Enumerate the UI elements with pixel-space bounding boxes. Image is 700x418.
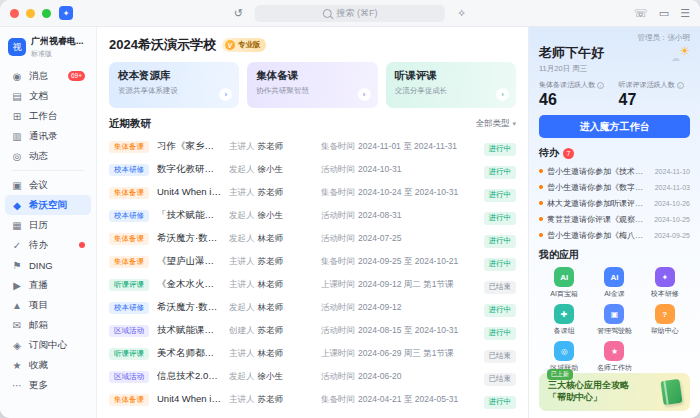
todo-date: 2024-10-25 [654,216,690,223]
activity-row[interactable]: 集体备课Unit4 When is the art show? 第2课时主讲人苏… [109,388,516,411]
activity-row[interactable]: 校本研修数字化教研管理能力提升训练营(面向管理员)发起人徐小生活动时间2024-… [109,158,516,181]
minimize-button[interactable] [26,9,35,18]
activity-person: 发起人徐小生 [229,210,313,222]
sidebar-item-label: 项目 [29,299,48,312]
status-badge: 进行中 [484,304,517,317]
type-filter-dropdown[interactable]: 全部类型 ▾ [475,118,516,130]
activity-row[interactable]: 集体备课习作《家乡的风俗》第1课时主讲人苏老师集备时间2024-11-01 至 … [109,135,516,158]
school-header: 2024希沃演示学校 V 专业版 [109,35,516,55]
todo-item[interactable]: 曾小生邀请你参加《数字化教研...2024-11-03 [539,179,690,195]
sidebar-item-seewo-space[interactable]: ◆希沃空间 [5,195,91,215]
card-lesson-review[interactable]: 听课评课 交流分享促成长 › [386,62,516,108]
activity-row[interactable]: 集体备课《望庐山瀑布》主讲人苏老师集备时间2024-09-25 至 2024-1… [109,250,516,273]
sidebar-item-live[interactable]: ▶直播 [5,275,91,295]
activity-row[interactable]: 集体备课Unit4 When is the art show? 第2课时主讲人苏… [109,181,516,204]
todo-date: 2024-10-26 [654,200,690,207]
admin-account[interactable]: 管理员：张小明 [539,33,690,43]
app-item[interactable]: AIAI百宝箱 [539,267,589,299]
app-item[interactable]: AIAI金课 [589,267,639,299]
activity-title: 希沃魔方·数字化评价工具应用指导营 [157,301,221,314]
bullet-dot-icon [539,185,543,189]
app-icon: ◎ [554,341,574,361]
stat-collective-prep: 集体备课活跃人数 i 46 [539,80,611,109]
activity-tag: 区域活动 [109,371,149,383]
activity-row[interactable]: 听课评课美术名师都必看的互动课堂公开课主讲人林老师上课时间2024-06-29 … [109,342,516,365]
status-badge: 进行中 [484,189,517,202]
info-icon[interactable]: i [677,82,684,89]
sidebar-item-docs[interactable]: ▤文档 [5,86,91,106]
sidebar-item-todo[interactable]: ✓待办 [5,235,91,255]
todo-date: 2024-11-03 [655,184,690,191]
sidebar-item-contacts[interactable]: ▥通讯录 [5,126,91,146]
app-item[interactable]: ▣管理驾驶舱 [589,304,639,336]
activity-row[interactable]: 听课评课《金木水火土》第1课时主讲人林老师上课时间2024-09-12 周二 第… [109,273,516,296]
todo-item[interactable]: 黄荳荳邀请你评课《观察物体》...2024-10-25 [539,211,690,227]
activity-person: 主讲人苏老师 [229,394,313,406]
workspace-icon[interactable]: ✦ [59,6,73,20]
activity-row[interactable]: 区域活动信息技术2.0时代教师数字素养提升成果展示发起人徐小生活动时间2024-… [109,365,516,388]
projects-icon: ▲ [11,300,23,311]
titlebar-actions: ☏ ▭ ☰ [634,8,690,19]
maximize-button[interactable] [42,9,51,18]
monitor-icon[interactable]: ▭ [659,8,669,19]
sidebar-item-messages[interactable]: ◉消息69+ [5,66,91,86]
app-item[interactable]: ?帮助中心 [640,304,690,336]
ai-sparkle-icon[interactable]: ✧ [457,8,466,19]
content: 视 广州视睿电... 标准版 ◉消息69+▤文档⊞工作台▥通讯录◎动态▣会议◆希… [0,27,700,418]
date-text: 11月20日 周三 [539,64,690,74]
card-resource-library[interactable]: 校本资源库 资源共享体系建设 › [109,62,239,108]
org-switcher[interactable]: 视 广州视睿电... 标准版 [0,27,96,64]
app-icon: ✦ [655,267,675,287]
close-button[interactable] [10,9,19,18]
todo-item[interactable]: 林大龙邀请你参加听课评课活...2024-10-26 [539,195,690,211]
moments-icon: ◎ [11,151,23,162]
activity-row[interactable]: 区域活动技术赋能课堂深度变革创建人苏老师活动时间2024-08-15 至 202… [109,319,516,342]
sidebar-item-calendar[interactable]: ▦日历 [5,215,91,235]
page-title: 2024希沃演示学校 [109,36,216,54]
activity-tag: 校本研修 [109,302,149,314]
info-icon[interactable]: i [597,82,604,89]
todo-text: 林大龙邀请你参加听课评课活... [547,198,650,209]
activity-row[interactable]: 校本研修「技术赋能课堂变革」AI助力教师教学专业成长发起人徐小生活动时间2024… [109,204,516,227]
sidebar-item-subscribe-center[interactable]: ◈订阅中心 [5,335,91,355]
todo-item[interactable]: 曾小生邀请你参加《梅八班》集...2024-09-25 [539,227,690,243]
card-collective-prep[interactable]: 集体备课 协作共研聚智慧 › [247,62,377,108]
sidebar-item-mail[interactable]: ✉邮箱 [5,315,91,335]
stat-label: 集体备课活跃人数 [539,80,595,90]
workbench-icon: ⊞ [11,111,23,122]
bullet-dot-icon [539,217,543,221]
meeting-icon: ▣ [11,180,23,191]
sidebar-menu: ◉消息69+▤文档⊞工作台▥通讯录◎动态▣会议◆希沃空间▦日历✓待办⚑DING▶… [0,64,96,418]
menu-icon[interactable]: ☰ [680,8,690,19]
app-item[interactable]: ✚备课组 [539,304,589,336]
activity-time: 活动时间2024-08-15 至 2024-10-31 [321,325,471,337]
status-badge: 已结束 [484,373,517,386]
activity-row[interactable]: 校本研修希沃魔方·数字化评价工具应用指导营发起人林老师活动时间2024-09-1… [109,296,516,319]
app-label: 备课组 [554,326,575,336]
help-center-banner[interactable]: 已上新 三大核心应用全攻略 「帮助中心」 [539,373,690,411]
sidebar-item-label: 动态 [29,150,48,163]
sidebar-item-ding[interactable]: ⚑DING [5,255,91,275]
app-icon: ? [655,304,675,324]
sidebar-item-moments[interactable]: ◎动态 [5,146,91,166]
history-icon[interactable]: ↺ [234,8,243,19]
sidebar-item-workbench[interactable]: ⊞工作台 [5,106,91,126]
app-item[interactable]: ✦校本研修 [640,267,690,299]
live-icon: ▶ [11,280,23,291]
sidebar-item-label: 日历 [29,219,48,232]
search-input[interactable]: 搜索 (⌘F) [255,5,445,22]
activity-title: Unit4 When is the art show? 第2课时 [157,393,221,406]
activity-tag: 集体备课 [109,141,149,153]
enter-workbench-button[interactable]: 进入魔方工作台 [539,115,690,138]
phone-icon[interactable]: ☏ [634,8,648,19]
app-icon: AI [604,267,624,287]
subscribe-center-icon: ◈ [11,340,23,351]
todo-item[interactable]: 曾小生邀请你参加《技术赋能课...2024-11-10 [539,163,690,179]
sidebar-item-projects[interactable]: ▲项目 [5,295,91,315]
activity-row[interactable]: 集体备课希沃魔方·数字化教研管理能力提升训练营发起人林老师活动时间2024-07… [109,227,516,250]
app-item[interactable]: ★名师工作坊 [589,341,639,373]
sidebar-item-meeting[interactable]: ▣会议 [5,175,91,195]
sidebar-item-more[interactable]: ⋯更多 [5,375,91,395]
main-area: 2024希沃演示学校 V 专业版 校本资源库 资源共享体系建设 › 集体备课 协… [97,27,528,418]
sidebar-item-favorites[interactable]: ★收藏 [5,355,91,375]
